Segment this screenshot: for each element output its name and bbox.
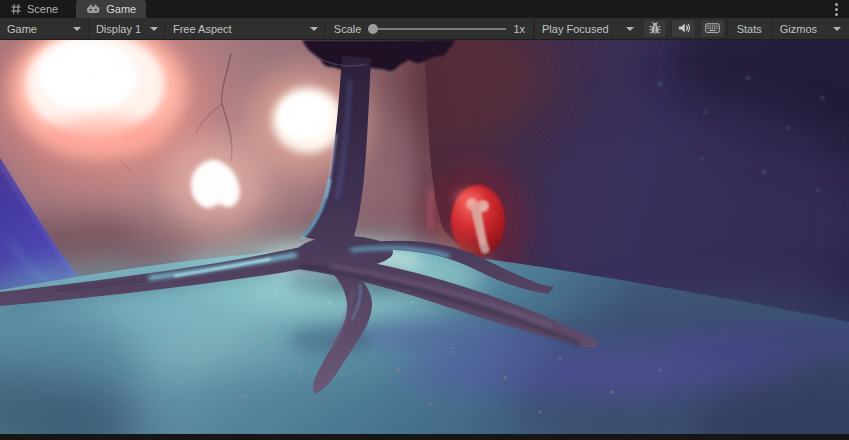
tab-bar: Scene Game: [0, 0, 849, 18]
scale-value: 1x: [513, 23, 525, 35]
gizmos-label: Gizmos: [780, 23, 817, 35]
scale-slider[interactable]: [368, 23, 506, 35]
gamepad-icon: [86, 4, 101, 15]
tab-game[interactable]: Game: [76, 0, 146, 18]
tab-game-label: Game: [106, 3, 136, 15]
chevron-down-icon: [833, 27, 841, 31]
stats-label: Stats: [737, 23, 762, 35]
display-mode-label: Game: [7, 23, 37, 35]
play-mode-label: Play Focused: [542, 23, 609, 35]
stats-button[interactable]: Stats: [727, 18, 771, 39]
display-mode-dropdown[interactable]: Game: [0, 18, 89, 39]
debug-bug-icon: [648, 21, 662, 37]
keyboard-shortcuts-button[interactable]: [700, 19, 725, 38]
chevron-down-icon: [626, 27, 634, 31]
play-focused-dropdown[interactable]: Play Focused: [534, 18, 641, 39]
tab-scene-label: Scene: [27, 3, 58, 15]
keyboard-icon: [705, 21, 720, 37]
gizmos-dropdown[interactable]: Gizmos: [771, 18, 849, 39]
display-target-label: Display 1: [96, 23, 141, 35]
grid-icon: [10, 3, 22, 15]
debug-bug-button[interactable]: [643, 19, 668, 38]
scale-control: Scale 1x: [326, 18, 534, 39]
mute-audio-button[interactable]: [671, 19, 696, 38]
game-toolbar: Game Display 1 Free Aspect Scale 1x Play…: [0, 18, 849, 40]
game-render: [0, 40, 849, 434]
chevron-down-icon: [73, 27, 81, 31]
film-grain: [0, 40, 849, 434]
aspect-ratio-dropdown[interactable]: Free Aspect: [166, 18, 326, 39]
kebab-menu-icon[interactable]: [823, 0, 849, 18]
aspect-ratio-label: Free Aspect: [173, 23, 232, 35]
audio-speaker-icon: [677, 21, 691, 37]
chevron-down-icon: [150, 27, 158, 31]
scale-label: Scale: [334, 23, 362, 35]
scale-slider-knob[interactable]: [368, 24, 378, 34]
tab-scene[interactable]: Scene: [0, 0, 68, 18]
chevron-down-icon: [310, 27, 318, 31]
window-bottom-border: [0, 434, 849, 440]
display-target-dropdown[interactable]: Display 1: [89, 18, 166, 39]
game-viewport[interactable]: [0, 40, 849, 434]
scale-slider-track: [368, 28, 506, 30]
unity-game-window: Scene Game Game Display 1: [0, 0, 849, 440]
